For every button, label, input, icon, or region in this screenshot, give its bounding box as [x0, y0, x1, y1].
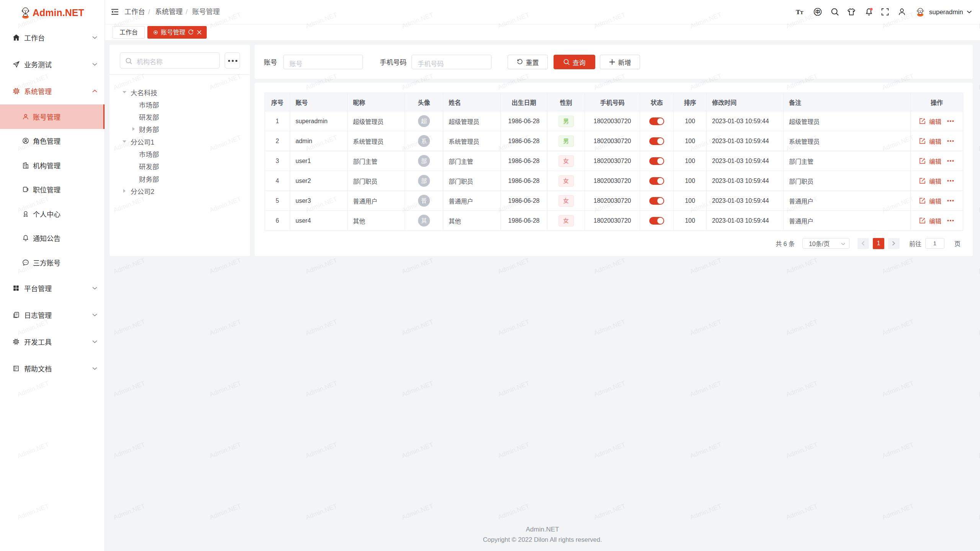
svg-text:T: T [800, 10, 804, 15]
svg-text:中: 中 [815, 9, 820, 15]
